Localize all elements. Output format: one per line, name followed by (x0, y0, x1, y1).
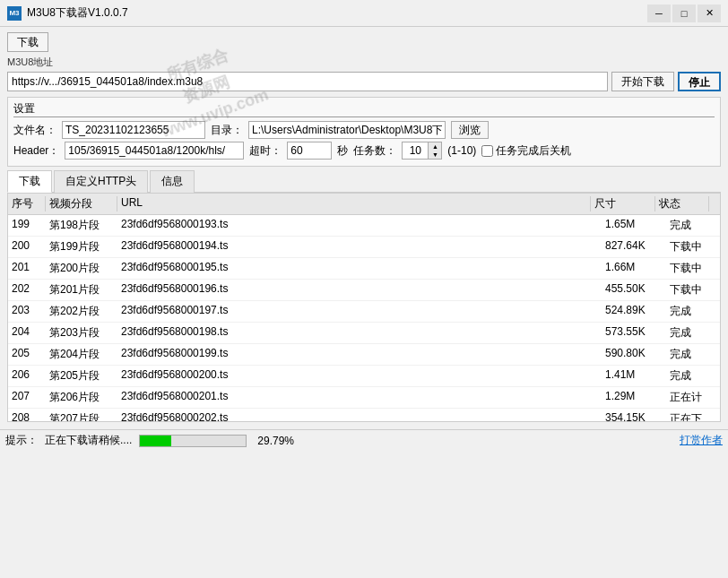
settings-row-1: 文件名： 目录： 浏览 (13, 121, 715, 139)
dir-label: 目录： (211, 123, 243, 138)
cell-status: 完成 (666, 367, 720, 384)
cell-segment: 第198片段 (46, 217, 117, 234)
maximize-button[interactable]: □ (672, 4, 696, 22)
toolbar: 下载 (7, 32, 721, 52)
progress-bar-container (139, 435, 247, 447)
cell-segment: 第204片段 (46, 346, 117, 363)
table-body: 199 第198片段 23fd6df9568000193.ts 1.65M 完成… (8, 215, 720, 422)
url-input[interactable] (7, 72, 608, 91)
table-row[interactable]: 206 第205片段 23fd6df9568000200.ts 1.41M 完成 (8, 366, 720, 387)
cell-seq: 207 (8, 389, 46, 406)
table-header: 序号 视频分段 URL 尺寸 状态 (8, 194, 720, 215)
table-row[interactable]: 199 第198片段 23fd6df9568000193.ts 1.65M 完成 (8, 215, 720, 237)
table-row[interactable]: 205 第204片段 23fd6df9568000199.ts 590.80K … (8, 344, 720, 366)
cell-status: 完成 (666, 303, 720, 320)
url-section: M3U8地址 开始下载 停止 (7, 56, 721, 91)
cell-url: 23fd6df9568000202.ts (117, 410, 602, 422)
cell-segment: 第199片段 (46, 238, 117, 255)
cell-size: 455.50K (602, 281, 666, 298)
cell-seq: 204 (8, 324, 46, 341)
cell-size: 1.29M (602, 389, 666, 406)
app-icon: M3 (7, 6, 22, 21)
cell-status: 完成 (666, 346, 720, 363)
cell-url: 23fd6df9568000196.ts (117, 281, 602, 298)
timeout-input[interactable] (287, 142, 332, 160)
url-section-label: M3U8地址 (7, 56, 721, 69)
cell-segment: 第201片段 (46, 281, 117, 298)
filename-input[interactable] (62, 121, 205, 139)
cell-status: 下载中 (666, 238, 720, 255)
title-bar: M3 M3U8下载器V1.0.0.7 ─ □ ✕ (0, 0, 728, 27)
cell-status: 完成 (666, 217, 720, 234)
table-row[interactable]: 200 第199片段 23fd6df9568000194.ts 827.64K … (8, 237, 720, 258)
cell-url: 23fd6df9568000198.ts (117, 324, 602, 341)
main-content: 所有综合 资源网 www.uvip.com 下载 M3U8地址 开始下载 停止 … (0, 27, 728, 427)
status-hint-text: 正在下载请稍候.... (45, 433, 132, 448)
table-row[interactable]: 203 第202片段 23fd6df9568000197.ts 524.89K … (8, 301, 720, 323)
tasks-input[interactable] (403, 142, 428, 159)
close-button[interactable]: ✕ (698, 4, 721, 22)
browse-button[interactable]: 浏览 (451, 121, 489, 139)
cell-segment: 第200片段 (46, 260, 117, 277)
shutdown-text: 任务完成后关机 (496, 143, 571, 159)
table-row[interactable]: 204 第203片段 23fd6df9568000198.ts 573.55K … (8, 323, 720, 344)
start-download-button[interactable]: 开始下载 (611, 72, 674, 91)
table-row[interactable]: 201 第200片段 23fd6df9568000195.ts 1.66M 下载… (8, 258, 720, 280)
header-status: 状态 (655, 196, 709, 211)
table-row[interactable]: 207 第206片段 23fd6df9568000201.ts 1.29M 正在… (8, 387, 720, 409)
header-url: URL (117, 196, 591, 211)
author-link[interactable]: 打赏作者 (680, 433, 723, 448)
settings-row-2: Header： 超时： 秒 任务数： ▲ ▼ (1-10) 任务完成后关机 (13, 142, 715, 160)
table-row[interactable]: 208 第207片段 23fd6df9568000202.ts 354.15K … (8, 409, 720, 422)
cell-url: 23fd6df9568000197.ts (117, 303, 602, 320)
cell-seq: 205 (8, 346, 46, 363)
tab-bar: 下载 自定义HTTP头 信息 (7, 170, 721, 193)
tab-http-header[interactable]: 自定义HTTP头 (54, 170, 148, 193)
cell-seq: 202 (8, 281, 46, 298)
cell-size: 354.15K (602, 410, 666, 422)
hint-label: 提示： (5, 433, 38, 448)
download-menu-button[interactable]: 下载 (7, 32, 48, 52)
window-controls: ─ □ ✕ (647, 4, 721, 22)
shutdown-label[interactable]: 任务完成后关机 (481, 143, 571, 159)
cell-seq: 200 (8, 238, 46, 255)
filename-label: 文件名： (13, 123, 56, 138)
shutdown-checkbox[interactable] (481, 145, 493, 157)
cell-seq: 208 (8, 410, 46, 422)
cell-status: 完成 (666, 324, 720, 341)
cell-segment: 第206片段 (46, 389, 117, 406)
cell-size: 1.65M (602, 217, 666, 234)
settings-label: 设置 (13, 101, 35, 116)
cell-url: 23fd6df9568000199.ts (117, 346, 602, 363)
cell-size: 524.89K (602, 303, 666, 320)
cell-url: 23fd6df9568000194.ts (117, 238, 602, 255)
cell-status: 下载中 (666, 260, 720, 277)
scroll-header-spacer (709, 196, 720, 211)
table-row[interactable]: 202 第201片段 23fd6df9568000196.ts 455.50K … (8, 280, 720, 301)
tasks-spinbox[interactable]: ▲ ▼ (402, 142, 442, 160)
cell-size: 590.80K (602, 346, 666, 363)
dir-input[interactable] (248, 121, 446, 139)
settings-section: 设置 文件名： 目录： 浏览 Header： 超时： 秒 任务数： ▲ ▼ (7, 97, 721, 167)
tasks-label: 任务数： (353, 143, 396, 159)
tab-info[interactable]: 信息 (150, 170, 195, 193)
cell-size: 1.41M (602, 367, 666, 384)
cell-size: 1.66M (602, 260, 666, 277)
settings-header: 设置 (13, 101, 715, 117)
cell-segment: 第203片段 (46, 324, 117, 341)
timeout-label: 超时： (249, 143, 282, 159)
stop-button[interactable]: 停止 (678, 72, 721, 91)
cell-url: 23fd6df9568000201.ts (117, 389, 602, 406)
status-bar: 提示： 正在下载请稍候.... 29.79% 打赏作者 (0, 429, 728, 451)
header-segment: 视频分段 (46, 196, 117, 211)
spinbox-up[interactable]: ▲ (429, 142, 441, 151)
minimize-button[interactable]: ─ (647, 4, 671, 22)
header-input[interactable] (65, 142, 244, 160)
cell-segment: 第207片段 (46, 410, 117, 422)
cell-seq: 201 (8, 260, 46, 277)
tab-download[interactable]: 下载 (7, 170, 52, 193)
url-row: 开始下载 停止 (7, 72, 721, 91)
cell-segment: 第202片段 (46, 303, 117, 320)
header-size: 尺寸 (591, 196, 655, 211)
spinbox-down[interactable]: ▼ (429, 151, 441, 159)
